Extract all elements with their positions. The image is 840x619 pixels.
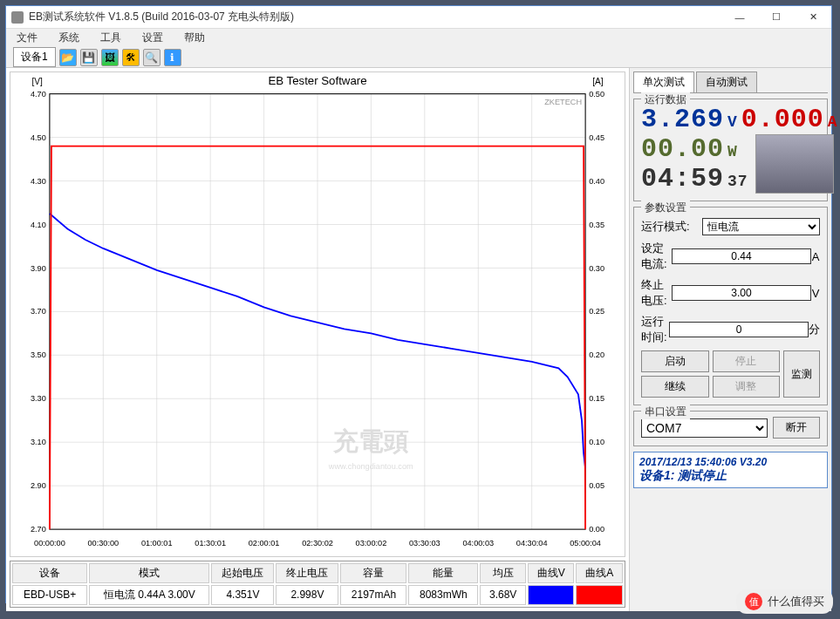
svg-text:00:00:00: 00:00:00 [34, 539, 65, 548]
svg-text:05:00:04: 05:00:04 [570, 539, 601, 548]
svg-text:3.30: 3.30 [31, 394, 46, 403]
port-group: 串口设置 COM7 断开 [633, 411, 828, 446]
svg-text:ZKETECH: ZKETECH [544, 98, 582, 106]
result-table: 设备模式起始电压终止电压容量能量均压曲线V曲线A EBD-USB+ 恒电流 0.… [10, 561, 625, 608]
svg-text:0.25: 0.25 [589, 307, 604, 316]
disconnect-button[interactable]: 断开 [773, 417, 820, 439]
svg-text:03:00:02: 03:00:02 [356, 539, 387, 548]
minimize-button[interactable]: — [721, 6, 758, 29]
svg-text:02:00:01: 02:00:01 [249, 539, 280, 548]
window-title: EB测试系统软件 V1.8.5 (Build 2016-03-07 充电头特别版… [29, 10, 721, 24]
image-icon[interactable]: 🖼 [101, 49, 119, 66]
cell-device: EBD-USB+ [12, 585, 87, 605]
svg-text:0.45: 0.45 [589, 133, 604, 142]
svg-text:[V]: [V] [31, 77, 43, 86]
cell-curve-a [576, 585, 623, 605]
info-icon[interactable]: ℹ [164, 49, 181, 66]
maximize-button[interactable]: ☐ [758, 6, 795, 29]
svg-text:2.70: 2.70 [31, 525, 46, 534]
svg-text:4.10: 4.10 [31, 221, 46, 229]
svg-text:01:00:01: 01:00:01 [141, 539, 173, 548]
svg-text:0.40: 0.40 [589, 177, 604, 186]
svg-text:0.00: 0.00 [589, 525, 604, 534]
svg-text:0.30: 0.30 [589, 264, 604, 273]
overlay-watermark: 值 什么值得买 [736, 589, 833, 614]
continue-button[interactable]: 继续 [641, 376, 709, 398]
app-icon [11, 11, 24, 24]
close-button[interactable]: ✕ [795, 6, 831, 29]
set-current-input[interactable] [672, 248, 811, 264]
com-port-select[interactable]: COM7 [641, 418, 768, 438]
svg-text:0.10: 0.10 [589, 438, 604, 446]
svg-text:2.90: 2.90 [31, 481, 46, 490]
cell-avg-v: 3.68V [480, 585, 526, 605]
cell-energy: 8083mWh [408, 585, 478, 605]
svg-text:[A]: [A] [592, 77, 604, 86]
device-tab[interactable]: 设备1 [13, 47, 56, 67]
svg-text:0.50: 0.50 [589, 90, 604, 99]
svg-text:4.70: 4.70 [31, 90, 46, 99]
lcd-power: 00.00 [641, 134, 724, 164]
mode-select[interactable]: 恒电流 [702, 218, 820, 235]
svg-text:04:30:04: 04:30:04 [516, 539, 548, 548]
svg-text:3.10: 3.10 [31, 438, 46, 446]
svg-text:3.90: 3.90 [31, 264, 46, 273]
adjust-button[interactable]: 调整 [713, 376, 781, 398]
menu-file[interactable]: 文件 [10, 29, 44, 47]
tab-auto-test[interactable]: 自动测试 [696, 71, 757, 92]
svg-text:02:30:02: 02:30:02 [302, 539, 333, 548]
svg-text:04:00:03: 04:00:03 [462, 539, 494, 548]
svg-text:充電頭: 充電頭 [332, 427, 409, 455]
chart: 00:00:0000:30:0001:00:0101:30:0102:00:01… [10, 71, 625, 557]
svg-text:3.70: 3.70 [31, 307, 46, 316]
svg-text:0.05: 0.05 [589, 481, 604, 490]
params-group: 参数设置 运行模式: 恒电流 设定电流: A 终止电压: V 运行时间: [633, 207, 828, 405]
monitor-button[interactable]: 监测 [783, 350, 820, 398]
cell-end-v: 2.998V [276, 585, 338, 605]
cell-mode: 恒电流 0.44A 3.00V [89, 585, 209, 605]
lcd-voltage: 3.269 [641, 105, 724, 134]
stop-button[interactable]: 停止 [713, 350, 781, 372]
status-box: 2017/12/13 15:40:06 V3.20 设备1: 测试停止 [633, 452, 828, 488]
menu-system[interactable]: 系统 [51, 29, 86, 47]
zoom-icon[interactable]: 🔍 [143, 49, 160, 66]
svg-text:0.35: 0.35 [589, 221, 604, 229]
svg-text:EB Tester Software: EB Tester Software [268, 74, 366, 87]
lcd-current: 0.000 [741, 105, 824, 134]
cell-curve-v [528, 585, 574, 605]
tab-single-test[interactable]: 单次测试 [633, 71, 694, 92]
run-data-group: 运行数据 3.269 V 0.000 A 00.00 [633, 99, 828, 201]
cell-capacity: 2197mAh [340, 585, 406, 605]
tools-icon[interactable]: 🛠 [122, 49, 140, 66]
toolbar: 设备1 📂 💾 🖼 🛠 🔍 ℹ [6, 47, 831, 68]
stop-voltage-input[interactable] [672, 285, 811, 301]
open-icon[interactable]: 📂 [59, 49, 77, 66]
menubar: 文件 系统 工具 设置 帮助 [6, 29, 831, 47]
cell-start-v: 4.351V [211, 585, 274, 605]
svg-text:01:30:01: 01:30:01 [195, 539, 226, 548]
menu-help[interactable]: 帮助 [177, 29, 212, 47]
svg-text:00:30:00: 00:30:00 [87, 539, 119, 548]
menu-settings[interactable]: 设置 [135, 29, 170, 47]
svg-text:0.15: 0.15 [589, 394, 604, 403]
svg-text:3.50: 3.50 [31, 350, 46, 359]
svg-text:4.50: 4.50 [31, 133, 46, 142]
svg-text:03:30:03: 03:30:03 [409, 539, 440, 548]
save-icon[interactable]: 💾 [80, 49, 98, 66]
watermark-icon: 值 [745, 593, 762, 610]
menu-tools[interactable]: 工具 [93, 29, 128, 47]
titlebar: EB测试系统软件 V1.8.5 (Build 2016-03-07 充电头特别版… [6, 6, 831, 29]
start-button[interactable]: 启动 [641, 350, 709, 372]
lcd-time: 04:59 [641, 164, 724, 194]
run-time-input[interactable] [669, 322, 809, 337]
side-panel: 单次测试 自动测试 运行数据 3.269 V 0.000 A [629, 68, 831, 611]
svg-text:0.20: 0.20 [589, 350, 604, 359]
svg-text:4.30: 4.30 [31, 177, 46, 186]
thumbnail-image [755, 134, 834, 194]
svg-text:www.chongdiantou.com: www.chongdiantou.com [328, 462, 413, 471]
